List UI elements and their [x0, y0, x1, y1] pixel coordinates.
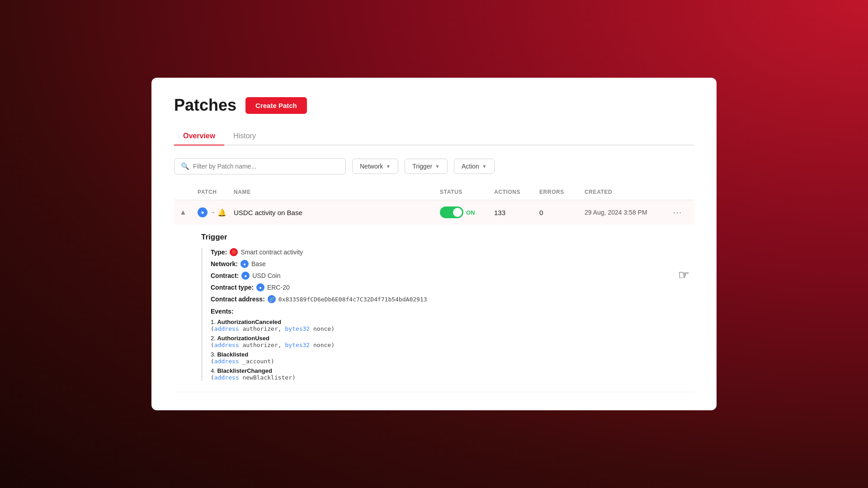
contract-type-icon: ●	[256, 283, 264, 291]
table-header: PATCH NAME STATUS ACTIONS ERRORS CREATED	[174, 184, 694, 200]
event-2: 2. AuthorizationUsed (address authorizer…	[211, 335, 686, 348]
col-status: STATUS	[440, 189, 494, 195]
detail-panel: Trigger Type: 🔴 Smart contract activity …	[174, 225, 694, 392]
network-value: Base	[251, 260, 266, 267]
tab-history[interactable]: History	[224, 127, 265, 145]
row-name-label: USDC activity on Base	[234, 209, 440, 216]
type-label: Type:	[211, 249, 227, 256]
network-filter-label: Network	[360, 163, 383, 170]
status-toggle[interactable]: ON	[440, 206, 494, 218]
event-1-number: 1.	[211, 319, 216, 325]
event-3-params: (address _account)	[211, 358, 274, 365]
arrow-icon: →	[209, 209, 216, 216]
row-expand-btn[interactable]: ▲	[179, 208, 198, 216]
network-detail-icon: ●	[241, 260, 249, 268]
chevron-down-icon: ▼	[482, 164, 487, 169]
contract-type-line: Contract type: ● ERC-20	[211, 283, 686, 291]
created-date: 29 Aug, 2024 3:58 PM	[585, 209, 666, 216]
contract-line: Contract: ● USD Coin	[211, 272, 686, 280]
col-menu	[666, 189, 689, 195]
trigger-title: Trigger	[201, 233, 686, 242]
col-errors: ERRORS	[539, 189, 585, 195]
event-4-name: BlacklisterChanged	[217, 367, 272, 374]
param-type: address	[214, 325, 239, 332]
event-2-name: AuthorizationUsed	[217, 335, 269, 342]
contract-address-line: Contract address: 🔗 0x833589fCD6eDb6E08f…	[211, 295, 686, 303]
trigger-block: Type: 🔴 Smart contract activity Network:…	[201, 248, 686, 381]
param-type: bytes32	[285, 325, 310, 332]
actions-count: 133	[494, 209, 539, 216]
col-name: NAME	[234, 189, 440, 195]
type-line: Type: 🔴 Smart contract activity	[211, 248, 686, 256]
page-title: Patches	[174, 96, 236, 115]
col-patch: PATCH	[198, 189, 234, 195]
create-patch-button[interactable]: Create Patch	[245, 97, 307, 114]
errors-count: 0	[539, 209, 585, 216]
col-actions: ACTIONS	[494, 189, 539, 195]
toggle-thumb	[453, 208, 462, 217]
event-1: 1. AuthorizationCanceled (address author…	[211, 319, 686, 332]
chevron-down-icon: ▼	[386, 164, 391, 169]
collapse-icon[interactable]: ▲	[179, 208, 187, 216]
event-4-params: (address newBlacklister)	[211, 374, 296, 381]
row-patch-icons: ● → 🔔	[198, 207, 234, 217]
search-icon: 🔍	[181, 162, 189, 170]
toggle-track[interactable]	[440, 206, 463, 218]
search-input[interactable]	[193, 163, 339, 170]
network-icon: ●	[198, 207, 208, 217]
contract-type-label: Contract type:	[211, 284, 254, 291]
search-box: 🔍	[174, 158, 346, 174]
chevron-down-icon: ▼	[435, 164, 440, 169]
events-section: Events: 1. AuthorizationCanceled (addres…	[211, 308, 686, 381]
toggle-label: ON	[466, 209, 475, 216]
filter-row: 🔍 Network ▼ Trigger ▼ Action ▼	[174, 158, 694, 174]
action-filter-label: Action	[462, 163, 479, 170]
type-value: Smart contract activity	[241, 249, 303, 256]
event-3: 3. Blacklisted (address _account)	[211, 351, 686, 365]
event-4-number: 4.	[211, 367, 216, 374]
contract-address-label: Contract address:	[211, 296, 265, 303]
col-expand	[179, 189, 198, 195]
event-1-params: (address authorizer, bytes32 nonce)	[211, 325, 335, 332]
tab-bar: Overview History	[174, 127, 694, 145]
table-row: ▲ ● → 🔔 USDC activity on Base ON 133 0 2…	[174, 200, 694, 392]
contract-address-icon: 🔗	[268, 295, 276, 303]
col-created: CREATED	[585, 189, 666, 195]
event-1-name: AuthorizationCanceled	[217, 319, 281, 325]
event-4: 4. BlacklisterChanged (address newBlackl…	[211, 367, 686, 381]
action-filter-button[interactable]: Action ▼	[454, 159, 495, 174]
tab-overview[interactable]: Overview	[174, 127, 224, 145]
page-header: Patches Create Patch	[174, 96, 694, 115]
contract-icon: ●	[241, 272, 250, 280]
network-label: Network:	[211, 260, 238, 267]
event-2-number: 2.	[211, 335, 216, 342]
row-1: ▲ ● → 🔔 USDC activity on Base ON 133 0 2…	[174, 200, 694, 225]
row-status: ON	[440, 206, 494, 218]
contract-address-value: 0x833589fCD6eDb6E08f4c7C32D4f71b54bdA029…	[278, 296, 427, 303]
contract-label: Contract:	[211, 272, 239, 279]
action-icon: 🔔	[217, 208, 226, 217]
contract-type-value: ERC-20	[267, 284, 290, 291]
contract-value: USD Coin	[252, 272, 280, 279]
row-menu-button[interactable]: ⋯	[666, 207, 689, 218]
event-3-name: Blacklisted	[217, 351, 248, 358]
trigger-filter-label: Trigger	[412, 163, 432, 170]
event-2-params: (address authorizer, bytes32 nonce)	[211, 342, 335, 348]
network-line: Network: ● Base	[211, 260, 686, 268]
network-filter-button[interactable]: Network ▼	[352, 159, 398, 174]
events-label: Events:	[211, 308, 686, 315]
trigger-filter-button[interactable]: Trigger ▼	[405, 159, 448, 174]
type-icon: 🔴	[230, 248, 238, 256]
main-card: Patches Create Patch Overview History 🔍 …	[151, 78, 717, 410]
event-3-number: 3.	[211, 351, 216, 358]
